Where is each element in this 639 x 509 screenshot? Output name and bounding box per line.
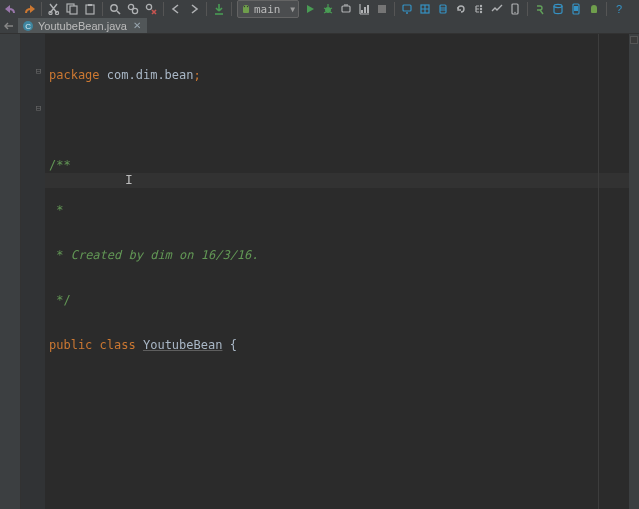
- run-icon[interactable]: [302, 1, 318, 17]
- svg-rect-22: [364, 7, 366, 13]
- back-icon[interactable]: [168, 1, 184, 17]
- ddms-icon[interactable]: [435, 1, 451, 17]
- fold-start-icon[interactable]: ⊟: [34, 67, 43, 76]
- close-find-icon[interactable]: [143, 1, 159, 17]
- package-name: com.dim.bean: [100, 68, 194, 82]
- debug-icon[interactable]: [320, 1, 336, 17]
- android-device-icon[interactable]: [507, 1, 523, 17]
- fold-end-icon[interactable]: ⊟: [34, 104, 43, 113]
- editor-tab[interactable]: C YoutubeBean.java ✕: [18, 18, 148, 33]
- svg-rect-21: [361, 10, 363, 13]
- semicolon: ;: [194, 68, 201, 82]
- undo-icon[interactable]: [3, 1, 19, 17]
- android-icon[interactable]: [586, 1, 602, 17]
- svg-point-9: [132, 8, 137, 13]
- svg-point-33: [480, 11, 482, 13]
- chevron-down-icon: ▼: [290, 5, 295, 14]
- android-icon: [241, 4, 251, 14]
- toolbar-separator: [102, 2, 103, 16]
- svg-rect-28: [440, 5, 446, 13]
- inspection-indicator[interactable]: [630, 36, 638, 44]
- java-class-file-icon: C: [22, 20, 34, 32]
- svg-point-36: [554, 4, 562, 7]
- left-tool-strip: [0, 34, 21, 509]
- help-icon[interactable]: ?: [611, 1, 627, 17]
- svg-text:?: ?: [616, 3, 622, 15]
- svg-rect-23: [367, 5, 369, 13]
- replace-icon[interactable]: [125, 1, 141, 17]
- svg-rect-20: [342, 6, 350, 12]
- svg-rect-3: [70, 6, 77, 14]
- svg-point-35: [514, 12, 515, 13]
- run-config-selector[interactable]: main ▼: [237, 0, 299, 18]
- toolbar-separator: [606, 2, 607, 16]
- toolbar-separator: [163, 2, 164, 16]
- svg-point-10: [146, 4, 151, 9]
- editor-area: ⊟ ⊟ package com.dim.bean; /** * * Create…: [0, 34, 639, 509]
- svg-point-32: [480, 8, 482, 10]
- toolbar-separator: [394, 2, 395, 16]
- javadoc-line: *: [49, 248, 71, 262]
- svg-rect-5: [88, 4, 92, 6]
- main-toolbar: main ▼: [0, 0, 639, 18]
- paste-icon[interactable]: [82, 1, 98, 17]
- coverage-icon[interactable]: [356, 1, 372, 17]
- javadoc-line: *: [49, 203, 63, 217]
- find-icon[interactable]: [107, 1, 123, 17]
- copy-icon[interactable]: [64, 1, 80, 17]
- open-brace: {: [222, 338, 236, 352]
- keyword-class: class: [100, 338, 136, 352]
- tab-filename: YoutubeBean.java: [38, 20, 127, 32]
- gson-format-icon[interactable]: [532, 1, 548, 17]
- svg-rect-4: [86, 5, 94, 14]
- svg-line-19: [330, 12, 332, 13]
- svg-rect-38: [574, 6, 578, 11]
- avd-manager-icon[interactable]: [399, 1, 415, 17]
- class-identifier: YoutubeBean: [143, 338, 222, 352]
- javadoc-line: /**: [49, 158, 71, 172]
- keyword-public: public: [49, 338, 92, 352]
- svg-line-7: [117, 11, 120, 14]
- svg-line-18: [324, 12, 326, 13]
- toolbar-separator: [41, 2, 42, 16]
- cut-icon[interactable]: [46, 1, 62, 17]
- editor-tabbar: C YoutubeBean.java ✕: [0, 18, 639, 34]
- make-icon[interactable]: [211, 1, 227, 17]
- keyword-package: package: [49, 68, 100, 82]
- memory-monitor-icon[interactable]: [489, 1, 505, 17]
- forward-icon[interactable]: [186, 1, 202, 17]
- toolbar-separator: [527, 2, 528, 16]
- toolbar-separator: [231, 2, 232, 16]
- run-config-label: main: [254, 3, 281, 16]
- javadoc-line: */: [49, 293, 71, 307]
- project-structure-icon[interactable]: [471, 1, 487, 17]
- close-tab-icon[interactable]: ✕: [133, 20, 141, 31]
- svg-rect-24: [378, 5, 386, 13]
- svg-text:C: C: [25, 22, 31, 31]
- database-icon[interactable]: [550, 1, 566, 17]
- svg-point-12: [244, 6, 245, 7]
- attach-debugger-icon[interactable]: [338, 1, 354, 17]
- svg-point-13: [247, 6, 248, 7]
- code-editor[interactable]: package com.dim.bean; /** * * Created by…: [45, 34, 629, 509]
- svg-point-6: [111, 5, 117, 11]
- sync-gradle-icon[interactable]: [453, 1, 469, 17]
- emulator-icon[interactable]: [568, 1, 584, 17]
- hide-toolwindow-icon[interactable]: [0, 18, 18, 33]
- svg-point-31: [480, 5, 482, 7]
- javadoc-text: Created by dim on 16/3/16.: [71, 248, 259, 262]
- toolbar-separator: [206, 2, 207, 16]
- redo-icon[interactable]: [21, 1, 37, 17]
- editor-gutter[interactable]: ⊟ ⊟: [21, 34, 45, 509]
- svg-rect-25: [403, 5, 411, 11]
- sdk-manager-icon[interactable]: [417, 1, 433, 17]
- error-stripe[interactable]: [629, 34, 639, 509]
- stop-icon[interactable]: [374, 1, 390, 17]
